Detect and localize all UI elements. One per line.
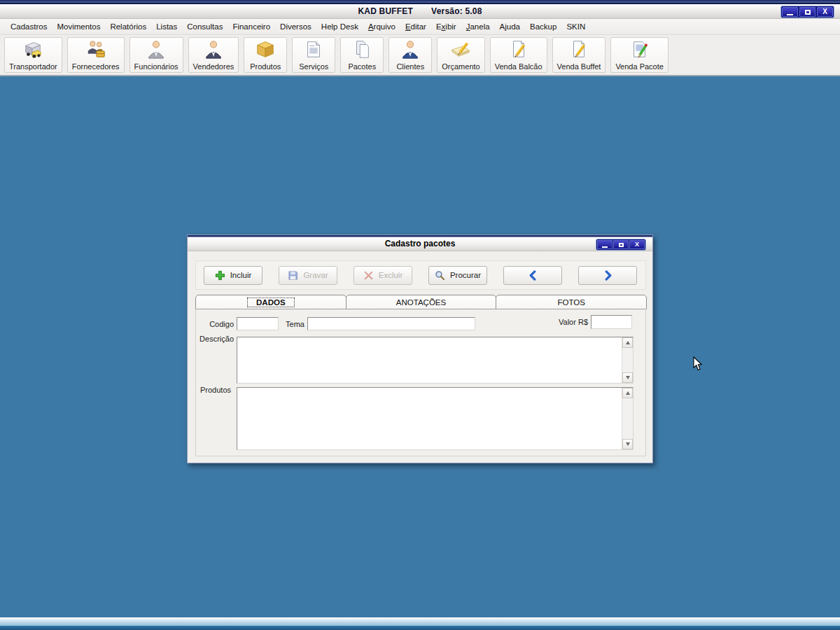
produtos-label: Produtos bbox=[188, 386, 231, 394]
scroll-down-button[interactable] bbox=[622, 439, 633, 449]
scroll-down-button[interactable] bbox=[622, 372, 633, 383]
document-icon bbox=[303, 39, 324, 60]
dialog-minimize-button[interactable] bbox=[597, 240, 612, 249]
toolbar-button-pacotes[interactable]: Pacotes bbox=[340, 37, 384, 73]
procurar-button[interactable]: Procurar bbox=[428, 266, 487, 285]
descricao-textbox bbox=[237, 337, 634, 384]
toolbar-button-vendedores[interactable]: Vendedores bbox=[188, 37, 239, 73]
main-titlebar: KAD BUFFET Versão: 5.08 X bbox=[0, 4, 840, 19]
toolbar-button-produtos[interactable]: Produtos bbox=[244, 37, 287, 73]
menu-item-skin[interactable]: SKIN bbox=[561, 22, 590, 31]
menu-item-backup[interactable]: Backup bbox=[525, 22, 561, 31]
gravar-button[interactable]: Gravar bbox=[279, 266, 337, 285]
page-pencil-green-icon bbox=[629, 39, 650, 60]
main-title: KAD BUFFET Versão: 5.08 bbox=[358, 6, 482, 16]
menu-item-janela[interactable]: Janela bbox=[461, 22, 495, 31]
toolbar-button-venda-balcao[interactable]: Venda Balcão bbox=[490, 37, 547, 73]
mouse-cursor bbox=[693, 356, 703, 371]
previous-record-button[interactable] bbox=[503, 266, 562, 285]
scroll-down-icon bbox=[626, 376, 630, 379]
produtos-textarea[interactable] bbox=[237, 388, 621, 449]
search-icon bbox=[435, 270, 445, 281]
cadastro-pacotes-dialog: Cadastro pacotes X Incluir bbox=[187, 234, 653, 463]
menu-item-relatorios[interactable]: Relatórios bbox=[105, 22, 151, 31]
menu-item-financeiro[interactable]: Financeiro bbox=[227, 22, 275, 31]
descricao-textarea[interactable] bbox=[237, 337, 621, 383]
menu-item-help-desk[interactable]: Help Desk bbox=[316, 22, 363, 31]
suppliers-people-icon bbox=[85, 39, 106, 60]
tab-anotacoes-label: ANOTAÇÕES bbox=[396, 298, 446, 307]
menu-bar: Cadastros Movimentos Relatórios Listas C… bbox=[0, 19, 840, 35]
app-name: KAD BUFFET bbox=[358, 6, 413, 16]
toolbar-button-orcamento[interactable]: Orçamento bbox=[437, 37, 484, 73]
toolbar-button-fornecedores[interactable]: Fornecedores bbox=[67, 37, 125, 73]
codigo-label: Codigo bbox=[188, 320, 234, 328]
toolbar-button-transportador[interactable]: Transportador bbox=[4, 37, 62, 73]
dialog-tabs: DADOS ANOTAÇÕES FOTOS bbox=[195, 295, 646, 309]
pages-icon bbox=[351, 39, 372, 60]
window-controls: X bbox=[780, 6, 834, 18]
toolbar-button-venda-buffet[interactable]: Venda Buffet bbox=[552, 37, 606, 73]
chevron-right-icon bbox=[603, 270, 613, 281]
maximize-button[interactable] bbox=[799, 7, 816, 17]
close-icon: X bbox=[635, 241, 639, 248]
minimize-button[interactable] bbox=[782, 7, 798, 17]
tab-fotos-label: FOTOS bbox=[557, 298, 584, 307]
dialog-title: Cadastro pacotes bbox=[385, 237, 456, 248]
dialog-titlebar[interactable]: Cadastro pacotes X bbox=[188, 235, 652, 251]
close-button[interactable]: X bbox=[817, 7, 833, 17]
close-icon: X bbox=[822, 8, 827, 15]
delete-icon bbox=[363, 270, 374, 281]
window-bottom-border bbox=[0, 626, 840, 630]
pencil-note-icon bbox=[450, 39, 471, 60]
tab-anotacoes[interactable]: ANOTAÇÕES bbox=[346, 295, 497, 309]
maximize-icon bbox=[805, 10, 811, 15]
toolbar-button-servicos[interactable]: Serviços bbox=[292, 37, 335, 73]
tab-fotos[interactable]: FOTOS bbox=[496, 295, 647, 309]
menu-item-listas[interactable]: Listas bbox=[151, 22, 182, 31]
main-toolbar: Transportador Fornecedores Funcionários bbox=[0, 35, 840, 75]
menu-item-editar[interactable]: Editar bbox=[400, 22, 431, 31]
scroll-up-button[interactable] bbox=[622, 337, 633, 348]
app-version: Versão: 5.08 bbox=[431, 6, 482, 16]
menu-item-diversos[interactable]: Diversos bbox=[275, 22, 316, 31]
menu-item-exibir[interactable]: Exibir bbox=[431, 22, 461, 31]
produtos-scrollbar[interactable] bbox=[622, 388, 633, 449]
maximize-icon bbox=[619, 243, 624, 247]
descricao-label: Descrição bbox=[188, 335, 234, 343]
dialog-toolbar: Incluir Gravar Excluir bbox=[195, 260, 646, 290]
page-pencil-yellow-icon bbox=[508, 39, 529, 60]
plus-icon bbox=[215, 270, 225, 281]
next-record-button[interactable] bbox=[578, 266, 637, 285]
toolbar-button-clientes[interactable]: Clientes bbox=[388, 37, 432, 73]
tema-input[interactable] bbox=[307, 317, 475, 330]
menu-item-arquivo[interactable]: Arquivo bbox=[363, 22, 400, 31]
tab-dados[interactable]: DADOS bbox=[195, 295, 346, 309]
scroll-up-button[interactable] bbox=[622, 388, 633, 398]
valor-input[interactable] bbox=[591, 315, 632, 329]
scroll-up-icon bbox=[626, 391, 630, 395]
incluir-button[interactable]: Incluir bbox=[204, 266, 262, 285]
menu-item-cadastros[interactable]: Cadastros bbox=[6, 22, 52, 31]
employee-person-icon bbox=[146, 39, 167, 60]
minimize-icon bbox=[787, 14, 793, 15]
chevron-left-icon bbox=[528, 270, 538, 281]
bottom-status-strip bbox=[0, 617, 840, 626]
produtos-textbox bbox=[237, 387, 634, 450]
mdi-client-area: Cadastro pacotes X Incluir bbox=[0, 76, 840, 617]
descricao-scrollbar[interactable] bbox=[622, 337, 633, 383]
valor-label: Valor R$ bbox=[541, 318, 588, 326]
toolbar-button-funcionarios[interactable]: Funcionários bbox=[130, 37, 183, 73]
save-icon bbox=[288, 270, 298, 281]
dialog-maximize-button[interactable] bbox=[613, 240, 629, 249]
tema-label: Tema bbox=[260, 320, 304, 328]
menu-item-movimentos[interactable]: Movimentos bbox=[52, 22, 105, 31]
dialog-close-button[interactable]: X bbox=[629, 240, 645, 249]
toolbar-button-venda-pacote[interactable]: Venda Pacote bbox=[610, 37, 668, 73]
client-person-icon bbox=[400, 39, 421, 60]
truck-icon bbox=[22, 39, 43, 60]
menu-item-ajuda[interactable]: Ajuda bbox=[495, 22, 525, 31]
menu-item-consultas[interactable]: Consultas bbox=[182, 22, 227, 31]
excluir-button[interactable]: Excluir bbox=[354, 266, 412, 285]
box-icon bbox=[255, 39, 276, 60]
